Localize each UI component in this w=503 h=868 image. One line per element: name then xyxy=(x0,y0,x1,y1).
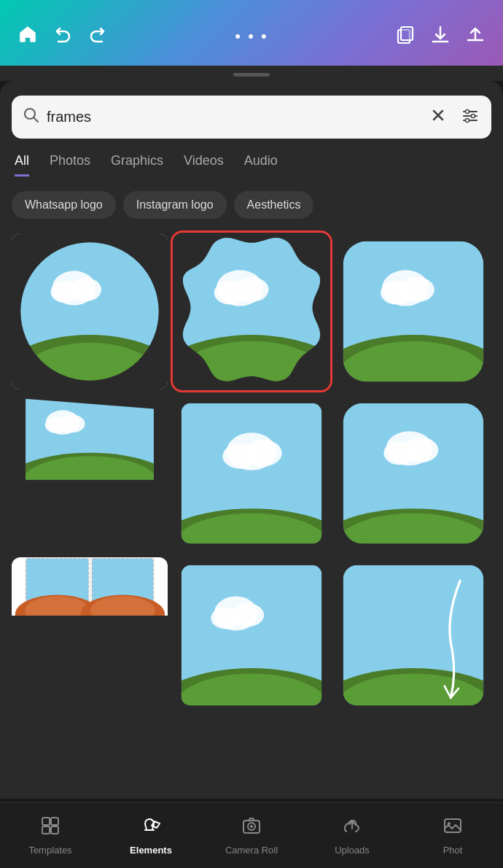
tab-videos[interactable]: Videos xyxy=(184,153,224,177)
frame-scallop[interactable] xyxy=(173,233,330,390)
frame-square[interactable] xyxy=(173,395,330,551)
frame-square-2[interactable] xyxy=(335,395,491,551)
frame-landscape-2[interactable] xyxy=(173,557,330,713)
svg-point-24 xyxy=(234,277,268,302)
search-value[interactable]: frames xyxy=(47,109,423,125)
nav-templates[interactable]: Templates xyxy=(0,815,101,856)
drag-pill xyxy=(233,73,270,77)
share-icon[interactable] xyxy=(465,24,486,49)
svg-rect-80 xyxy=(51,826,58,834)
templates-icon xyxy=(40,815,61,841)
more-options[interactable]: • • • xyxy=(235,27,268,46)
svg-rect-77 xyxy=(42,818,50,825)
frame-circle[interactable] xyxy=(12,233,168,390)
chip-aesthetics[interactable]: Aesthetics xyxy=(234,191,314,219)
svg-point-84 xyxy=(250,825,253,828)
frame-landscape-tilted[interactable] xyxy=(12,395,168,551)
nav-photos-label: Phot xyxy=(443,845,463,856)
redo-icon[interactable] xyxy=(87,24,108,49)
tab-all[interactable]: All xyxy=(15,153,29,177)
nav-elements-label: Elements xyxy=(130,845,172,856)
download-icon[interactable] xyxy=(430,24,451,49)
tab-audio[interactable]: Audio xyxy=(244,153,278,177)
search-icon xyxy=(23,107,39,127)
nav-elements[interactable]: Elements xyxy=(101,815,201,856)
nav-uploads[interactable]: Uploads xyxy=(302,815,402,856)
search-panel: frames All Photos Graphics Videos Audio … xyxy=(0,81,503,799)
home-icon[interactable] xyxy=(17,24,38,49)
uploads-icon xyxy=(342,815,362,841)
nav-templates-label: Templates xyxy=(28,845,71,856)
svg-point-8 xyxy=(466,119,469,123)
photos-icon xyxy=(442,815,463,841)
svg-point-7 xyxy=(472,115,475,118)
search-filter-icon[interactable] xyxy=(461,106,480,128)
svg-point-71 xyxy=(231,603,264,627)
frame-rounded-rect[interactable] xyxy=(335,233,491,390)
camera-roll-icon xyxy=(241,815,262,841)
tab-photos[interactable]: Photos xyxy=(50,153,90,177)
frames-grid xyxy=(12,233,491,713)
frame-dashed[interactable] xyxy=(12,557,168,713)
frame-arrow[interactable] xyxy=(335,557,491,713)
bottom-nav: Templates Elements Camera Roll xyxy=(0,802,503,868)
chip-whatsapp[interactable]: Whatsapp logo xyxy=(12,191,116,219)
drag-handle xyxy=(0,66,503,81)
svg-rect-79 xyxy=(42,826,50,834)
top-bar: • • • xyxy=(0,0,503,66)
svg-marker-81 xyxy=(152,821,160,828)
dot-menu-icon: • • • xyxy=(235,27,268,46)
elements-icon xyxy=(141,815,161,841)
search-clear-icon[interactable] xyxy=(430,107,446,127)
search-bar[interactable]: frames xyxy=(12,96,491,139)
svg-point-16 xyxy=(70,278,101,301)
svg-point-86 xyxy=(448,822,451,825)
svg-point-56 xyxy=(404,438,438,462)
copy-icon[interactable] xyxy=(395,24,416,49)
nav-camera-roll[interactable]: Camera Roll xyxy=(201,815,302,856)
svg-point-6 xyxy=(466,110,469,114)
suggestion-chips: Whatsapp logo Instagram logo Aesthetics xyxy=(12,191,491,219)
svg-point-40 xyxy=(61,415,85,433)
svg-rect-78 xyxy=(51,818,58,825)
chip-instagram[interactable]: Instagram logo xyxy=(123,191,227,219)
nav-photos[interactable]: Phot xyxy=(402,815,503,856)
tab-graphics[interactable]: Graphics xyxy=(111,153,163,177)
svg-rect-1 xyxy=(401,27,413,40)
nav-uploads-label: Uploads xyxy=(335,845,370,856)
undo-icon[interactable] xyxy=(52,24,73,49)
filter-tabs: All Photos Graphics Videos Audio xyxy=(12,153,491,177)
svg-point-48 xyxy=(244,440,281,466)
top-bar-right-icons xyxy=(395,24,486,49)
top-bar-left-icons xyxy=(17,24,108,49)
nav-camera-label: Camera Roll xyxy=(225,845,278,856)
svg-point-32 xyxy=(400,277,434,302)
